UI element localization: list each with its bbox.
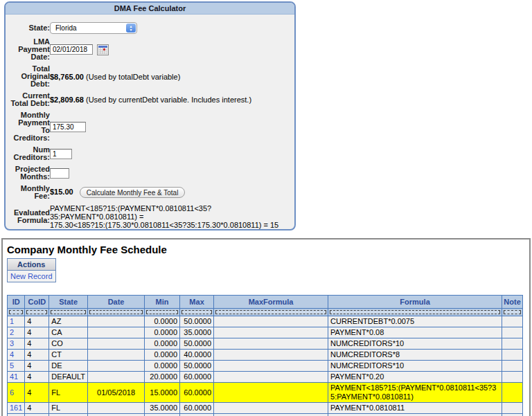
schedule-title: Company Monthly Fee Schedule: [7, 244, 529, 255]
cell-min: 0.0000: [145, 361, 180, 372]
cell-formula: CURRENTDEBT*0.0075: [328, 316, 502, 327]
new-record-link[interactable]: New Record: [10, 272, 53, 280]
calculate-monthly-fee-button[interactable]: Calculate Monthly Fee & Total: [80, 187, 186, 198]
current-total-debt-row: Current Total Debt: $2,809.68 (Used by c…: [6, 90, 294, 109]
cell-date: [88, 372, 145, 383]
filter-input-min[interactable]: [146, 310, 178, 314]
cell-coid: 4: [25, 383, 49, 403]
table-row: 44CT0.000040.0000NUMCREDITORS*8: [8, 350, 523, 361]
filter-input-date[interactable]: [89, 310, 143, 314]
record-id-link[interactable]: 6: [10, 388, 14, 397]
table-row: 14AZ0.000050.0000CURRENTDEBT*0.0075: [8, 316, 523, 327]
total-original-debt-note: (Used by totalDebt variable): [86, 73, 180, 81]
cell-state: CA: [49, 327, 88, 338]
table-row: 34CO0.000050.0000NUMCREDITORS*10: [8, 338, 523, 350]
column-header-id[interactable]: ID: [8, 296, 25, 309]
actions-box: Actions New Record: [7, 258, 56, 282]
cell-date: [88, 327, 145, 338]
cell-coid: 4: [25, 327, 49, 338]
cell-state: AZ: [49, 316, 88, 327]
filter-input-state[interactable]: [51, 310, 86, 314]
projected-months-input[interactable]: [50, 168, 69, 179]
monthly-payment-input[interactable]: [50, 122, 86, 132]
lma-date-input[interactable]: [50, 44, 93, 55]
column-header-note[interactable]: Note: [502, 296, 523, 309]
cell-max: 60.0000: [180, 383, 214, 403]
evaluated-formula-line1: PAYMENT<185?15:(PAYMENT*0.0810811<35?35:…: [50, 204, 294, 221]
cell-min: 35.0000: [145, 403, 180, 414]
schedule-table: IDCoIDStateDateMinMaxMaxFormulaFormulaNo…: [7, 295, 523, 416]
state-select[interactable]: Florida ▲▼: [50, 22, 137, 34]
projected-months-row: Projected Months:: [6, 163, 294, 183]
cell-formula: PAYMENT*0.20: [328, 372, 502, 383]
cell-coid: 4: [25, 338, 49, 350]
cell-coid: 4: [25, 350, 49, 361]
table-row: 24CA0.000035.0000PAYMENT*0.08: [8, 327, 523, 338]
cell-max: 60.0000: [180, 372, 214, 383]
table-row: 1614FL35.000060.0000PAYMENT*0.0810811: [8, 403, 523, 414]
record-id-link[interactable]: 1: [10, 317, 14, 325]
cell-max: 35.0000: [180, 327, 214, 338]
filter-input-maxformula[interactable]: [215, 310, 326, 314]
cell-maxformula: [214, 361, 328, 372]
cell-maxformula: [214, 338, 328, 350]
filter-input-coid[interactable]: [26, 310, 47, 314]
cell-id: 4: [8, 350, 25, 361]
cell-id: 6: [8, 383, 25, 403]
monthly-fee-label: Monthly Fee:: [6, 183, 50, 202]
evaluated-formula-row: Evaluated Formula: PAYMENT<185?15:(PAYME…: [6, 202, 294, 230]
cell-note: [502, 372, 523, 383]
evaluated-formula-line2: 175.30<185?15:(175.30*0.0810811<35?35:17…: [50, 221, 294, 229]
select-stepper-icon: ▲▼: [126, 24, 136, 33]
cell-maxformula: [214, 403, 328, 414]
column-header-date[interactable]: Date: [88, 296, 145, 309]
cell-coid: 4: [25, 414, 49, 416]
column-header-formula[interactable]: Formula: [328, 296, 502, 309]
column-header-min[interactable]: Min: [145, 296, 180, 309]
schedule-header-row: IDCoIDStateDateMinMaxMaxFormulaFormulaNo…: [8, 296, 523, 309]
record-id-link[interactable]: 161: [10, 404, 22, 412]
cell-note: [502, 361, 523, 372]
cell-min: 15.0000: [145, 383, 180, 403]
cell-date: [88, 350, 145, 361]
cell-state: FL: [49, 383, 88, 403]
monthly-fee-value: $15.00: [50, 188, 73, 196]
num-creditors-row: Num Creditors:: [6, 144, 294, 163]
cell-date: [88, 361, 145, 372]
cell-id: 2: [8, 327, 25, 338]
total-original-debt-value: $8,765.00: [50, 73, 84, 81]
cell-coid: 4: [25, 403, 49, 414]
column-header-maxformula[interactable]: MaxFormula: [214, 296, 328, 309]
cell-maxformula: [214, 414, 328, 416]
cell-date: [88, 316, 145, 327]
cell-formula: NUMCREDITORS*8: [328, 350, 502, 361]
cell-formula: NUMCREDITORS*10: [328, 361, 502, 372]
record-id-link[interactable]: 2: [10, 328, 14, 336]
cell-min: 0.0000: [145, 338, 180, 350]
num-creditors-input[interactable]: [50, 149, 72, 159]
monthly-payment-row: Monthly Payment To Creditors:: [6, 109, 294, 144]
filter-input-max[interactable]: [181, 310, 212, 314]
record-id-link[interactable]: 5: [10, 361, 14, 370]
record-id-link[interactable]: 4: [10, 350, 14, 359]
current-total-debt-note: (Used by currentDebt variable. Includes …: [86, 96, 251, 104]
cell-state: FL: [49, 403, 88, 414]
column-header-max[interactable]: Max: [180, 296, 214, 309]
state-row: State: Florida ▲▼: [6, 20, 294, 36]
dma-fee-calculator-panel: DMA Fee Calculator State: Florida ▲▼ LMA…: [4, 1, 296, 230]
cell-coid: 4: [25, 361, 49, 372]
record-id-link[interactable]: 41: [10, 372, 18, 381]
cell-state: CO: [49, 338, 88, 350]
cell-state: CT: [49, 350, 88, 361]
cell-max: 60.0000: [180, 403, 214, 414]
cell-maxformula: [214, 350, 328, 361]
filter-input-formula[interactable]: [330, 310, 500, 314]
filter-input-id[interactable]: [9, 310, 23, 314]
calendar-icon[interactable]: [97, 44, 109, 55]
column-header-state[interactable]: State: [49, 296, 88, 309]
cell-id: 41: [8, 372, 25, 383]
column-header-coid[interactable]: CoID: [25, 296, 49, 309]
filter-input-note[interactable]: [504, 310, 521, 314]
record-id-link[interactable]: 3: [10, 339, 14, 347]
total-original-debt-row: Total Original Debt: $8,765.00 (Used by …: [6, 63, 294, 90]
